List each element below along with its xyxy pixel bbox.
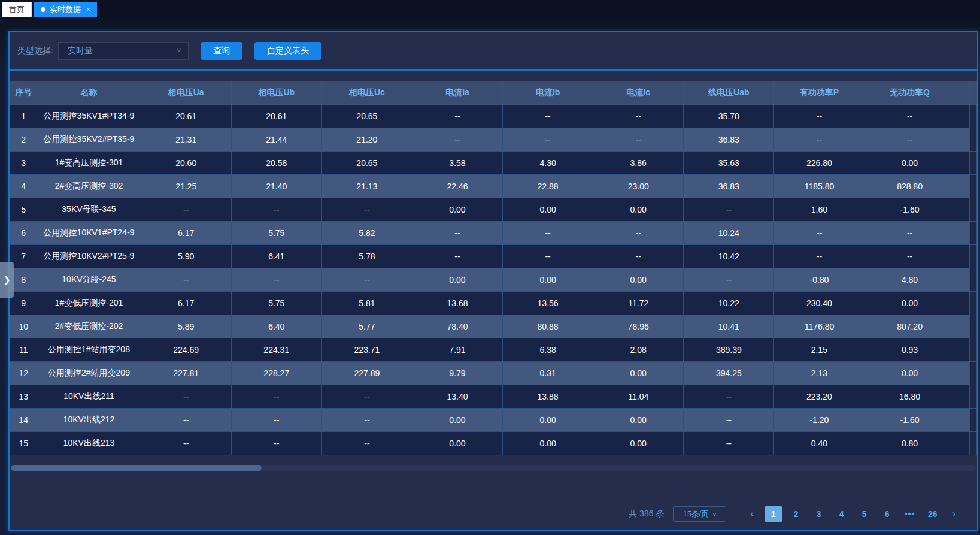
table-cell: -- <box>593 105 684 128</box>
table-cell: 0.00 <box>503 432 593 455</box>
table-cell: 2.15 <box>774 338 864 362</box>
table-cell: 21.44 <box>231 128 321 152</box>
table-cell: 2 <box>10 128 37 152</box>
table-row[interactable]: 7公用测控10KV2#PT25-95.906.415.78------10.42… <box>10 245 977 268</box>
table-cell: 13.68 <box>412 292 502 315</box>
table-cell: 10KV出线211 <box>37 385 141 409</box>
table-cell: -- <box>593 222 684 245</box>
close-icon[interactable]: × <box>86 6 90 13</box>
table-cell: 223.20 <box>774 385 864 409</box>
page-button-6[interactable]: 6 <box>879 506 896 522</box>
chevron-right-icon: ❯ <box>3 274 11 285</box>
type-select-dropdown[interactable]: 实时量 ∨ <box>58 42 189 60</box>
vertical-scrollbar-gutter <box>969 81 976 105</box>
table-row[interactable]: 1410KV出线212------0.000.000.00---1.20-1.6… <box>10 409 977 432</box>
table-cell: -- <box>774 222 864 245</box>
table-cell: 0.00 <box>503 268 593 292</box>
table-row[interactable]: 1公用测控35KV1#PT34-920.6120.6120.65------35… <box>10 105 977 128</box>
table-row[interactable]: 6公用测控10KV1#PT24-96.175.755.82------10.24… <box>10 222 977 245</box>
table-cell: 20.58 <box>231 152 321 175</box>
table-cell: 9 <box>10 292 37 315</box>
table-row[interactable]: 12公用测控2#站用变209227.81228.27227.899.790.31… <box>10 362 977 385</box>
column-header: 序号 <box>10 81 37 105</box>
page-button-3[interactable]: 3 <box>811 506 827 522</box>
page-button-2[interactable]: 2 <box>788 506 805 522</box>
table-cell: 21.31 <box>141 128 231 152</box>
table-cell: 224.31 <box>231 338 321 362</box>
page-button-1[interactable]: 1 <box>765 506 782 522</box>
table-cell: 0.00 <box>412 198 502 222</box>
table-cell: -1.60 <box>864 198 955 222</box>
vertical-scrollbar-gutter <box>969 128 976 152</box>
table-cell: 6.41 <box>231 245 321 268</box>
table-cell: -1.20 <box>774 409 864 432</box>
table-cell: -- <box>503 128 593 152</box>
page-ellipsis[interactable]: ••• <box>902 506 918 522</box>
table-row[interactable]: 11公用测控1#站用变208224.69224.31223.717.916.38… <box>10 338 977 362</box>
table-cell: 2#变高压测控-302 <box>37 175 141 198</box>
table-row[interactable]: 102#变低压测控-2025.896.405.7778.4080.8878.96… <box>10 315 977 338</box>
total-count: 共 386 条 <box>629 509 664 519</box>
table-row[interactable]: 810KV分段-245------0.000.000.00---0.804.80 <box>10 268 977 292</box>
column-header: 线电压Uab <box>684 81 774 105</box>
prev-page-icon[interactable]: ‹ <box>742 509 761 519</box>
next-page-icon[interactable]: › <box>944 509 964 519</box>
table-row[interactable]: 42#变高压测控-30221.2521.4021.1322.4622.8823.… <box>10 175 977 198</box>
table-cell: 0.00 <box>593 268 684 292</box>
table-cell-partial <box>955 128 969 152</box>
custom-header-button[interactable]: 自定义表头 <box>254 42 321 60</box>
table-cell-partial <box>955 362 969 385</box>
table-cell: 23.00 <box>593 175 684 198</box>
table-cell: -- <box>774 128 864 152</box>
table-cell-partial <box>955 315 969 338</box>
table-cell: -- <box>321 385 412 409</box>
table-row[interactable]: 535KV母联-345------0.000.000.00--1.60-1.60 <box>10 198 977 222</box>
table-cell: 14 <box>10 409 37 432</box>
table-cell: 5.75 <box>231 222 321 245</box>
tab-realtime-data[interactable]: 实时数据 × <box>34 2 97 17</box>
table-cell: -- <box>231 385 321 409</box>
table-cell: 6.40 <box>231 315 321 338</box>
table-cell: -- <box>141 198 231 222</box>
table-cell: 0.93 <box>864 338 955 362</box>
table-cell: 20.61 <box>141 105 231 128</box>
page-button-4[interactable]: 4 <box>833 506 850 522</box>
table-row[interactable]: 1510KV出线213------0.000.000.00--0.400.80 <box>10 432 977 455</box>
table-cell: 12 <box>10 362 37 385</box>
page-button-5[interactable]: 5 <box>856 506 873 522</box>
table-cell: 6.17 <box>141 292 231 315</box>
table-cell: -- <box>231 198 321 222</box>
table-cell: 1#变高压测控-301 <box>37 152 141 175</box>
table-row[interactable]: 2公用测控35KV2#PT35-921.3121.4421.20------36… <box>10 128 977 152</box>
vertical-scrollbar-gutter <box>969 198 976 222</box>
page-size-select[interactable]: 15条/页 ∨ <box>673 506 726 522</box>
data-table-wrap: 序号名称相电压Ua相电压Ub相电压Uc电流Ia电流Ib电流Ic线电压Uab有功功… <box>10 81 977 455</box>
vertical-scrollbar-gutter <box>969 152 976 175</box>
table-cell: 3 <box>10 152 37 175</box>
sidebar-expand-handle[interactable]: ❯ <box>0 262 14 298</box>
tab-home-label: 首页 <box>9 4 25 15</box>
table-cell: -- <box>864 222 955 245</box>
table-row[interactable]: 1310KV出线211------13.4013.8811.04--223.20… <box>10 385 977 409</box>
table-cell: -- <box>141 268 231 292</box>
horizontal-scrollbar-thumb[interactable] <box>11 465 262 471</box>
table-cell-partial <box>955 198 969 222</box>
table-cell: 7 <box>10 245 37 268</box>
page-button-26[interactable]: 26 <box>924 506 941 522</box>
table-cell: 6.17 <box>141 222 231 245</box>
table-cell: 36.83 <box>684 175 774 198</box>
table-cell: -- <box>412 128 502 152</box>
table-cell: 20.65 <box>321 105 412 128</box>
table-cell: 226.80 <box>774 152 864 175</box>
column-header: 相电压Ub <box>231 81 321 105</box>
table-row[interactable]: 31#变高压测控-30120.6020.5820.653.584.303.863… <box>10 152 977 175</box>
query-button[interactable]: 查询 <box>201 42 242 60</box>
table-cell: -- <box>141 385 231 409</box>
table-cell: -- <box>141 432 231 455</box>
page-buttons: 123456•••26 <box>762 506 944 522</box>
tab-home[interactable]: 首页 <box>2 2 32 17</box>
table-row[interactable]: 91#变低压测控-2016.175.755.8113.6813.5611.721… <box>10 292 977 315</box>
table-cell: 21.13 <box>321 175 412 198</box>
table-cell: 1185.80 <box>774 175 864 198</box>
table-cell: 0.00 <box>593 198 684 222</box>
